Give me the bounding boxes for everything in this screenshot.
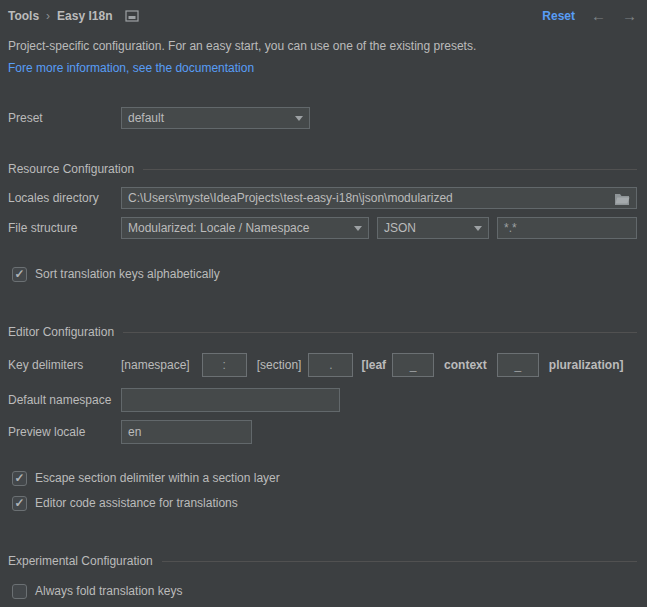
escape-delimiter-checkbox-row[interactable]: Escape section delimiter within a sectio… xyxy=(12,470,637,486)
fold-keys-checkbox-label: Always fold translation keys xyxy=(35,584,182,598)
editor-section-title: Editor Configuration xyxy=(8,325,114,339)
folder-icon[interactable] xyxy=(614,192,630,205)
file-structure-selected-value: Modularized: Locale / Namespace xyxy=(128,221,309,235)
file-parser-select[interactable]: JSON xyxy=(377,217,489,239)
key-delimiters-label: Key delimiters xyxy=(8,358,121,372)
resource-configuration-section: Resource Configuration xyxy=(8,162,637,176)
code-assistance-checkbox-label: Editor code assistance for translations xyxy=(35,496,238,510)
code-assistance-checkbox-row[interactable]: Editor code assistance for translations xyxy=(12,495,637,511)
context-delimiter-label: context xyxy=(444,358,487,372)
documentation-link[interactable]: Fore more information, see the documenta… xyxy=(8,61,254,75)
sort-keys-checkbox-row[interactable]: Sort translation keys alphabetically xyxy=(12,266,637,282)
chevron-right-icon: › xyxy=(46,9,50,23)
experimental-configuration-section: Experimental Configuration xyxy=(8,554,637,568)
chevron-down-icon xyxy=(295,116,303,121)
preview-locale-input[interactable]: en xyxy=(121,420,252,444)
file-structure-row: File structure Modularized: Locale / Nam… xyxy=(8,217,637,239)
preset-label: Preset xyxy=(8,111,121,125)
section-divider xyxy=(162,561,637,562)
editor-configuration-section: Editor Configuration xyxy=(8,325,637,339)
open-in-dialog-icon[interactable] xyxy=(125,10,139,22)
section-delimiter-input[interactable]: . xyxy=(308,353,353,377)
checkbox-icon[interactable] xyxy=(12,471,27,486)
settings-header: Tools › Easy I18n Reset ← → xyxy=(8,8,637,24)
section-divider xyxy=(123,332,637,333)
default-namespace-row: Default namespace xyxy=(8,388,637,412)
pluralization-delimiter-label: pluralization] xyxy=(549,358,624,372)
experimental-section-title: Experimental Configuration xyxy=(8,554,153,568)
locales-directory-label: Locales directory xyxy=(8,191,121,205)
file-pattern-value: *.* xyxy=(504,221,517,235)
resource-section-title: Resource Configuration xyxy=(8,162,134,176)
file-pattern-input[interactable]: *.* xyxy=(497,217,637,239)
section-delimiter-label: [section] xyxy=(257,358,302,372)
chevron-down-icon xyxy=(354,226,362,231)
checkbox-icon[interactable] xyxy=(12,584,27,599)
locales-directory-value: C:\Users\myste\IdeaProjects\test-easy-i1… xyxy=(128,191,453,205)
leaf-delimiter-label: [leaf xyxy=(361,358,386,372)
preview-locale-value: en xyxy=(128,425,141,439)
preview-locale-row: Preview locale en xyxy=(8,420,637,444)
checkbox-icon[interactable] xyxy=(12,267,27,282)
breadcrumb-tools[interactable]: Tools xyxy=(8,9,39,23)
leaf-delimiter-input[interactable]: _ xyxy=(392,353,434,377)
breadcrumb-easy-i18n: Easy I18n xyxy=(57,9,112,23)
breadcrumb: Tools › Easy I18n xyxy=(8,9,139,23)
forward-arrow-icon[interactable]: → xyxy=(622,9,637,23)
locales-directory-input[interactable]: C:\Users\myste\IdeaProjects\test-easy-i1… xyxy=(121,187,637,209)
preview-locale-label: Preview locale xyxy=(8,425,121,439)
preset-selected-value: default xyxy=(128,111,164,125)
preset-row: Preset default xyxy=(8,107,637,129)
chevron-down-icon xyxy=(474,226,482,231)
context-delimiter-input[interactable]: _ xyxy=(497,353,539,377)
back-arrow-icon[interactable]: ← xyxy=(591,9,606,23)
intro-description: Project-specific configuration. For an e… xyxy=(8,39,637,53)
default-namespace-label: Default namespace xyxy=(8,393,121,407)
key-delimiters-row: Key delimiters [namespace] : [section] .… xyxy=(8,353,637,377)
file-parser-selected-value: JSON xyxy=(384,221,416,235)
file-structure-label: File structure xyxy=(8,221,121,235)
locales-directory-row: Locales directory C:\Users\myste\IdeaPro… xyxy=(8,187,637,209)
namespace-delimiter-label: [namespace] xyxy=(121,358,190,372)
section-divider xyxy=(143,169,637,170)
preset-select[interactable]: default xyxy=(121,107,310,129)
checkbox-icon[interactable] xyxy=(12,496,27,511)
escape-delimiter-checkbox-label: Escape section delimiter within a sectio… xyxy=(35,471,280,485)
fold-keys-checkbox-row[interactable]: Always fold translation keys xyxy=(12,583,637,599)
default-namespace-input[interactable] xyxy=(121,388,340,412)
file-structure-select[interactable]: Modularized: Locale / Namespace xyxy=(121,217,369,239)
namespace-delimiter-input[interactable]: : xyxy=(202,353,247,377)
sort-keys-checkbox-label: Sort translation keys alphabetically xyxy=(35,267,220,281)
reset-button[interactable]: Reset xyxy=(542,9,575,23)
